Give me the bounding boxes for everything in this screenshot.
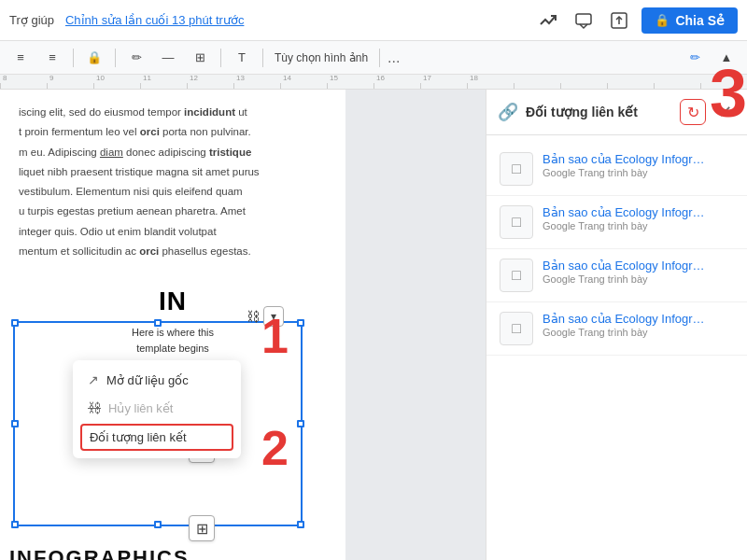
slide-icon-1: □: [512, 214, 521, 231]
ruler-mark: 14: [280, 83, 327, 89]
body-text-8: mentum et sollicitudin ac orci phasellus…: [19, 244, 327, 259]
share-label: Chia Sẻ: [675, 13, 725, 28]
toolbar-more[interactable]: ...: [388, 49, 400, 66]
sidebar-list-item[interactable]: □ Bản sao của Ecology Infographics... Go…: [486, 249, 747, 302]
trending-icon[interactable]: [535, 7, 561, 34]
handle-br[interactable]: [297, 521, 304, 528]
sidebar-item-sub-3: Google Trang trình bày: [543, 327, 734, 338]
lock-icon: 🔒: [655, 13, 669, 27]
handle-tr[interactable]: [297, 319, 304, 327]
sidebar-list-item[interactable]: □ Bản sao của Ecology Infographics... Go…: [486, 196, 747, 249]
body-text-3: m eu. Adipiscing diam donec adipiscing t…: [19, 145, 327, 161]
ctx-unlink-label: Hủy liên kết: [108, 401, 173, 415]
sidebar-item-info-2: Bản sao của Ecology Infographics... Goog…: [543, 259, 734, 285]
ruler-mark: [607, 83, 654, 89]
ctx-unlink[interactable]: ⛓ Hủy liên kết: [73, 394, 241, 422]
help-link[interactable]: Trợ giúp: [9, 13, 54, 27]
body-text-6: u turpis egestas pretium aenean pharetra…: [19, 203, 327, 219]
sidebar-item-info-1: Bản sao của Ecology Infographics... Goog…: [543, 205, 734, 231]
line-btn[interactable]: —: [155, 45, 181, 71]
handle-tl[interactable]: [11, 319, 19, 327]
chevron-up-btn[interactable]: ▲: [713, 45, 740, 71]
right-sidebar: 🔗 Đối tượng liên kết ↻ ✕ □ Bản sao của E…: [486, 90, 747, 560]
sidebar-item-icon-1: □: [500, 205, 533, 239]
ruler-mark: 11: [140, 83, 187, 89]
sidebar-item-sub-2: Google Trang trình bày: [543, 273, 734, 285]
context-menu: ↗ Mở dữ liệu gốc ⛓ Hủy liên kết Đối tượn…: [73, 360, 241, 458]
slide-icon-2: □: [512, 267, 521, 284]
pen-btn[interactable]: ✏: [123, 45, 149, 71]
sidebar-list-item[interactable]: □ Bản sao của Ecology Infographics... Go…: [486, 143, 747, 196]
ruler-mark: 18: [467, 83, 514, 89]
ruler-mark: [560, 83, 607, 89]
body-text-1: iscing elit, sed do eiusmod tempor incid…: [19, 105, 327, 120]
sidebar-list-item[interactable]: □ Bản sao của Ecology Infographics... Go…: [486, 302, 747, 356]
ruler: 8 9 10 11 12 13 14 15 16 17 18: [0, 75, 747, 90]
sidebar-item-name-3: Bản sao của Ecology Infographics...: [543, 312, 711, 326]
ruler-mark: [654, 83, 700, 89]
toolbar-sep-2: [115, 49, 116, 67]
ctx-linked-obj[interactable]: Đối tượng liên kết: [80, 424, 233, 451]
sidebar-list: □ Bản sao của Ecology Infographics... Go…: [486, 135, 747, 560]
ruler-mark: 16: [374, 83, 420, 89]
toolbar-sep-3: [220, 49, 221, 67]
body-text-4: liquet nibh praesent tristique magna sit…: [19, 164, 327, 180]
sidebar-item-info-0: Bản sao của Ecology Infographics... Goog…: [543, 152, 734, 178]
sidebar-item-name-1: Bản sao của Ecology Infographics...: [543, 205, 711, 219]
sidebar-item-sub-1: Google Trang trình bày: [543, 220, 734, 231]
lock-btn[interactable]: 🔒: [81, 45, 107, 71]
toolbar: ≡ ≡ 🔒 ✏ — ⊞ T Tùy chọn hình ảnh ... ✏ ▲: [0, 41, 747, 75]
selection-link-icons: ⛓ ▾: [247, 306, 284, 327]
ruler-mark: 13: [233, 83, 280, 89]
align-left-btn[interactable]: ≡: [7, 45, 34, 71]
handle-mr[interactable]: [297, 420, 304, 427]
sidebar-item-sub-0: Google Trang trình bày: [543, 167, 734, 178]
open-source-icon: ↗: [88, 372, 99, 387]
ruler-mark: 12: [187, 83, 233, 89]
unlink-icon: ⛓: [88, 400, 101, 415]
sidebar-item-icon-3: □: [500, 312, 533, 345]
body-text-2: t proin fermentum leo vel orci porta non…: [19, 124, 327, 140]
slide-icon-3: □: [512, 320, 521, 337]
link-dropdown-btn[interactable]: ▾: [263, 306, 284, 327]
ctx-open-source[interactable]: ↗ Mở dữ liệu gốc: [73, 366, 241, 394]
slide-icon-0: □: [512, 161, 521, 177]
ruler-mark: 9: [47, 83, 93, 89]
ctx-open-label: Mở dữ liệu gốc: [106, 373, 189, 387]
edit-history-link[interactable]: Chỉnh sửa lần cuối 13 phút trước: [65, 13, 244, 27]
handle-bc[interactable]: [154, 521, 162, 528]
sidebar-refresh-btn[interactable]: ↻: [680, 99, 706, 125]
sidebar-item-icon-2: □: [500, 259, 533, 292]
share-button[interactable]: 🔒 Chia Sẻ: [641, 7, 738, 34]
ruler-mark: 10: [93, 83, 140, 89]
toolbar-sep-5: [379, 49, 380, 67]
main-area: iscing elit, sed do eiusmod tempor incid…: [0, 90, 747, 560]
image-select-btn[interactable]: Tùy chọn hình ảnh: [271, 45, 372, 71]
paint-btn[interactable]: ✏: [682, 45, 708, 71]
sidebar-close-btn[interactable]: ✕: [713, 101, 736, 123]
sidebar-item-icon-0: □: [500, 152, 533, 186]
add-bottom-btn[interactable]: ⊞: [189, 515, 215, 541]
grid-btn[interactable]: ⊞: [187, 45, 213, 71]
text-btn[interactable]: T: [229, 45, 255, 71]
handle-bl[interactable]: [11, 521, 19, 528]
ruler-mark: [514, 83, 560, 89]
sidebar-item-name-2: Bản sao của Ecology Infographics...: [543, 259, 711, 273]
sidebar-title: Đối tượng liên kết: [526, 105, 672, 119]
sidebar-header: 🔗 Đối tượng liên kết ↻ ✕: [486, 90, 747, 135]
toolbar-sep-1: [73, 49, 74, 67]
ruler-mark: 8: [0, 83, 47, 89]
comment-icon[interactable]: [571, 7, 597, 34]
ctx-linked-obj-label: Đối tượng liên kết: [90, 430, 187, 444]
handle-ml[interactable]: [11, 420, 19, 427]
link-chain-icon: ⛓: [247, 309, 260, 324]
infographics-label: INFOGRAPHICS: [0, 542, 345, 560]
align-right-btn[interactable]: ≡: [39, 45, 65, 71]
sidebar-link-icon: 🔗: [498, 102, 518, 122]
upload-icon[interactable]: [606, 7, 632, 34]
svg-rect-0: [576, 14, 591, 24]
ruler-mark: [700, 83, 747, 89]
body-text-5: vestibulum. Elementum nisi quis eleifend…: [19, 184, 327, 200]
handle-tc[interactable]: [154, 319, 162, 327]
canvas-area[interactable]: iscing elit, sed do eiusmod tempor incid…: [0, 90, 486, 560]
